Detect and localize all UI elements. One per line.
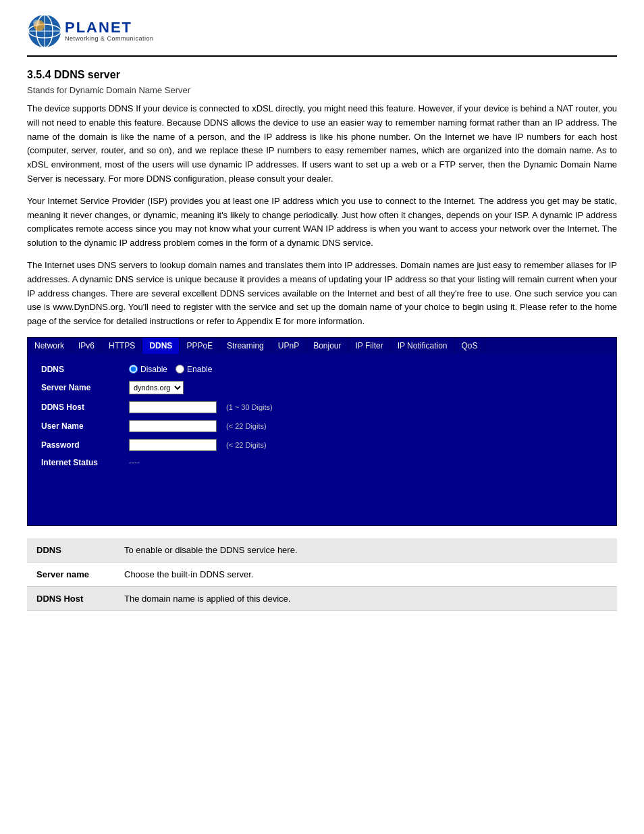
paragraph-3: The Internet uses DNS servers to lookup … [27,259,617,329]
user-name-hint: (< 22 Digits) [226,422,267,430]
user-name-row: User Name (< 22 Digits) [41,420,603,432]
planet-logo-icon [27,14,62,49]
disable-label: Disable [140,365,167,374]
desc-value: Choose the built-in DDNS server. [115,562,617,586]
logo: PLANET Networking & Communication [27,14,154,49]
enable-radio-label[interactable]: Enable [176,365,212,374]
desc-key: DDNS Host [27,586,115,610]
tab-ip-filter[interactable]: IP Filter [349,338,391,354]
panel-spacer [41,474,603,515]
password-control: (< 22 Digits) [129,439,267,451]
password-hint: (< 22 Digits) [226,441,267,449]
tab-https[interactable]: HTTPS [102,338,142,354]
ddns-host-control: (1 ~ 30 Digits) [129,401,273,413]
paragraph-1: The device supports DDNS If your device … [27,102,617,186]
server-name-control: dyndns.org [129,381,184,394]
tab-network[interactable]: Network [28,338,72,354]
user-name-label: User Name [41,421,129,431]
desc-row: DDNS Host The domain name is applied of … [27,586,617,610]
page-header: PLANET Networking & Communication [27,14,617,49]
ddns-field-label: DDNS [41,365,129,374]
enable-label: Enable [187,365,212,374]
user-name-control: (< 22 Digits) [129,420,267,432]
internet-status-value: ---- [129,458,140,467]
ddns-radio-group: Disable Enable [129,365,212,374]
server-name-select[interactable]: dyndns.org [129,381,184,394]
disable-radio[interactable] [129,365,138,373]
ddns-radio-options: Disable Enable [129,365,212,374]
section-title: 3.5.4 DDNS server [27,69,617,81]
logo-planet-name: PLANET [65,20,154,35]
desc-value: The domain name is applied of this devic… [115,586,617,610]
user-name-input[interactable] [129,420,217,432]
tab-ddns[interactable]: DDNS [142,338,180,354]
desc-value: To enable or disable the DDNS service he… [115,538,617,563]
tab-bonjour[interactable]: Bonjour [306,338,348,354]
logo-text: PLANET Networking & Communication [65,20,154,42]
password-input[interactable] [129,439,217,451]
svg-point-6 [33,20,40,26]
desc-row: DDNS To enable or disable the DDNS servi… [27,538,617,563]
internet-status-row: Internet Status ---- [41,458,603,467]
settings-panel: Network IPv6 HTTPS DDNS PPPoE Streaming … [27,337,617,526]
password-row: Password (< 22 Digits) [41,439,603,451]
ddns-host-row: DDNS Host (1 ~ 30 Digits) [41,401,603,413]
paragraph-2: Your Internet Service Provider (ISP) pro… [27,194,617,251]
ddns-host-label: DDNS Host [41,402,129,412]
server-name-label: Server Name [41,383,129,392]
header-divider [27,55,617,57]
internet-status-control: ---- [129,458,140,467]
server-name-row: Server Name dyndns.org [41,381,603,394]
desc-row: Server name Choose the built-in DDNS ser… [27,562,617,586]
password-label: Password [41,440,129,450]
ddns-host-input[interactable] [129,401,217,413]
stands-for-text: Stands for Dynamic Domain Name Server [27,85,617,95]
desc-key: DDNS [27,538,115,563]
ddns-row: DDNS Disable Enable [41,365,603,374]
enable-radio[interactable] [176,365,184,373]
logo-subtitle: Networking & Communication [65,35,154,42]
disable-radio-label[interactable]: Disable [129,365,167,374]
tab-pppoe[interactable]: PPPoE [180,338,220,354]
description-table: DDNS To enable or disable the DDNS servi… [27,538,617,611]
tab-upnp[interactable]: UPnP [271,338,306,354]
panel-body: DDNS Disable Enable Server Name [28,354,616,525]
tab-ip-notification[interactable]: IP Notification [391,338,455,354]
tab-ipv6[interactable]: IPv6 [72,338,102,354]
tab-qos[interactable]: QoS [454,338,485,354]
ddns-host-hint: (1 ~ 30 Digits) [226,403,273,411]
internet-status-label: Internet Status [41,458,129,467]
tab-bar: Network IPv6 HTTPS DDNS PPPoE Streaming … [28,338,616,354]
tab-streaming[interactable]: Streaming [220,338,271,354]
desc-key: Server name [27,562,115,586]
